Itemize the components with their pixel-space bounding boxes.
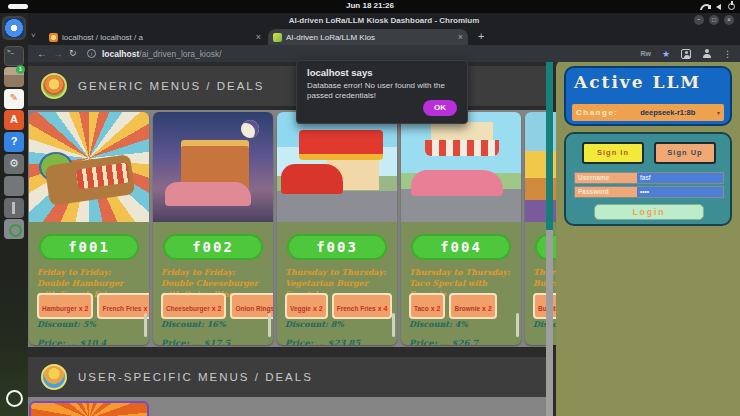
kiosk-favicon xyxy=(273,33,282,42)
chevron-down-icon: ▾ xyxy=(717,109,720,116)
minimize-button[interactable]: − xyxy=(694,15,704,25)
text-editor-icon[interactable]: ✎ xyxy=(4,89,24,109)
item-name: Brownie xyxy=(454,305,480,312)
username-row: Username fasf xyxy=(574,172,724,184)
ubuntu-logo-icon[interactable] xyxy=(4,388,24,408)
item-name: Hamburger xyxy=(42,305,77,312)
maximize-button[interactable]: □ xyxy=(709,15,719,25)
menu-id-button[interactable]: f004 xyxy=(411,234,511,260)
vertical-scrollbar-thumb[interactable] xyxy=(546,62,553,230)
menu-image-food-spread xyxy=(29,112,149,222)
help-icon[interactable]: ? xyxy=(4,132,24,152)
menu-items: Tacox 2 Browniex 2 xyxy=(409,293,497,319)
tab-search-icon[interactable]: ˅ xyxy=(31,31,36,40)
address-bar[interactable]: localhost/ai_driven_lora_kiosk/ xyxy=(102,49,222,59)
menu-card-f004: f004 Thursday to Thursday: Taco Special … xyxy=(401,112,521,345)
card-scrollbar[interactable] xyxy=(268,313,271,337)
menu-card-f002: f002 Friday to Friday: Double Cheeseburg… xyxy=(153,112,273,345)
price-text: Price: ... $17.5 xyxy=(161,338,269,345)
profile-icon[interactable] xyxy=(702,49,712,59)
dock: >_ 1 ✎ A ? ⚙ xyxy=(0,13,28,416)
llm-model-select[interactable]: deepseek-r1:8b xyxy=(619,108,717,117)
volume-icon[interactable] xyxy=(716,4,721,10)
reload-button[interactable]: ↻ xyxy=(69,48,77,59)
back-button[interactable]: ← xyxy=(37,48,47,59)
close-button[interactable]: × xyxy=(724,15,734,25)
item-name: French Fries xyxy=(102,305,141,312)
sign-up-button[interactable]: Sign Up xyxy=(654,142,716,164)
tab-label: localhost / localhost / a xyxy=(62,33,252,42)
alert-dialog: localhost says Database error! No user f… xyxy=(296,60,468,124)
window-title: AI-driven LoRa/LLM Kiosk Dashboard - Chr… xyxy=(28,16,740,25)
user-menu-card-partial xyxy=(29,401,149,416)
password-field[interactable]: •••• xyxy=(637,187,723,197)
user-cards-row xyxy=(28,397,546,416)
username-label: Username xyxy=(575,173,637,183)
section-generic-menus: GENERIC MENUS / DEALS xyxy=(28,66,546,106)
desktop-top-bar: Jun 18 21:26 xyxy=(0,0,740,13)
chromium-icon[interactable] xyxy=(4,18,24,38)
tab-kiosk-dashboard[interactable]: AI-driven LoRa/LLM Kios × xyxy=(268,29,468,45)
menu-id-button[interactable]: f001 xyxy=(39,234,139,260)
generic-menus-logo xyxy=(41,73,67,99)
url-path: /ai_driven_lora_kiosk/ xyxy=(139,49,221,59)
menu-id-button[interactable]: f003 xyxy=(287,234,387,260)
sign-in-button[interactable]: Sign In xyxy=(582,142,644,164)
menu-items: Cheeseburgerx 2 Onion Ringsx 6 xyxy=(161,293,273,319)
item-chip: French Friesx 4 xyxy=(97,293,149,319)
tab-close-icon[interactable]: × xyxy=(458,32,463,42)
discount-text: Discount: 16% xyxy=(161,319,226,329)
item-chip: Cheeseburgerx 2 xyxy=(161,293,226,319)
window-titlebar: AI-driven LoRa/LLM Kiosk Dashboard - Chr… xyxy=(28,13,740,27)
item-chip: Hamburgerx 2 xyxy=(37,293,93,319)
menu-kebab-icon[interactable]: ⋮ xyxy=(723,49,732,59)
toolbar-right-icons: Rw ★ ⋮ xyxy=(640,47,732,60)
section-title: USER-SPECIFIC MENUS / DEALS xyxy=(78,371,313,383)
discount-text: Discount: 4% xyxy=(409,319,468,329)
price-text: Price: ... $26.7 xyxy=(409,338,517,345)
password-label: Password xyxy=(575,187,637,197)
vertical-scrollbar[interactable] xyxy=(546,62,553,416)
bookmark-star-icon[interactable]: ★ xyxy=(662,49,670,59)
archive-icon[interactable] xyxy=(4,176,24,196)
site-info-icon[interactable]: i xyxy=(87,49,96,58)
desktop-clock[interactable]: Jun 18 21:26 xyxy=(0,1,740,10)
menu-items: Veggiex 2 French Friesx 4 xyxy=(285,293,392,319)
software-updater-icon[interactable] xyxy=(4,219,24,239)
item-chip: Onion Ringsx 6 xyxy=(230,293,273,319)
ok-button[interactable]: OK xyxy=(423,100,457,116)
files-badge: 1 xyxy=(16,65,25,74)
extension-icon[interactable]: Rw xyxy=(640,50,651,57)
item-qty: x 4 xyxy=(143,305,149,312)
forward-button[interactable]: → xyxy=(53,48,63,59)
card-scrollbar[interactable] xyxy=(516,313,519,337)
app-a-icon[interactable]: A xyxy=(4,110,24,130)
price-text: Price: ... $23.85 xyxy=(285,338,393,345)
new-tab-button[interactable]: + xyxy=(478,31,484,42)
tab-close-icon[interactable]: × xyxy=(256,32,261,42)
tab-phpmyadmin[interactable]: localhost / localhost / a × xyxy=(44,29,266,45)
card-scrollbar[interactable] xyxy=(144,313,147,337)
power-icon[interactable] xyxy=(728,3,735,10)
system-tray[interactable] xyxy=(700,2,735,11)
card-scrollbar[interactable] xyxy=(392,313,395,337)
item-chip: French Friesx 4 xyxy=(332,293,393,319)
item-chip: Veggiex 2 xyxy=(285,293,328,319)
window-controls: − □ × xyxy=(694,15,734,25)
login-button[interactable]: Login xyxy=(594,204,704,220)
menu-card-f001: f001 Friday to Friday: Double Hamburger … xyxy=(29,112,149,345)
item-qty: x 2 xyxy=(212,305,222,312)
usb-drive-icon[interactable] xyxy=(4,198,24,218)
settings-icon[interactable]: ⚙ xyxy=(4,154,24,174)
generic-cards-row: f001 Friday to Friday: Double Hamburger … xyxy=(28,110,546,347)
tab-label: AI-driven LoRa/LLM Kios xyxy=(286,33,454,42)
extension-person-icon[interactable] xyxy=(681,49,691,59)
item-name: Taco xyxy=(414,305,429,312)
auth-box: Sign In Sign Up Username fasf Password •… xyxy=(564,132,732,226)
discount-text: Discount: 5% xyxy=(37,319,96,329)
menu-id-button[interactable]: f002 xyxy=(163,234,263,260)
username-field[interactable]: fasf xyxy=(637,173,723,183)
item-name: Cheeseburger xyxy=(166,305,210,312)
terminal-icon[interactable]: >_ xyxy=(4,46,24,66)
item-chip: Browniex 2 xyxy=(449,293,496,319)
